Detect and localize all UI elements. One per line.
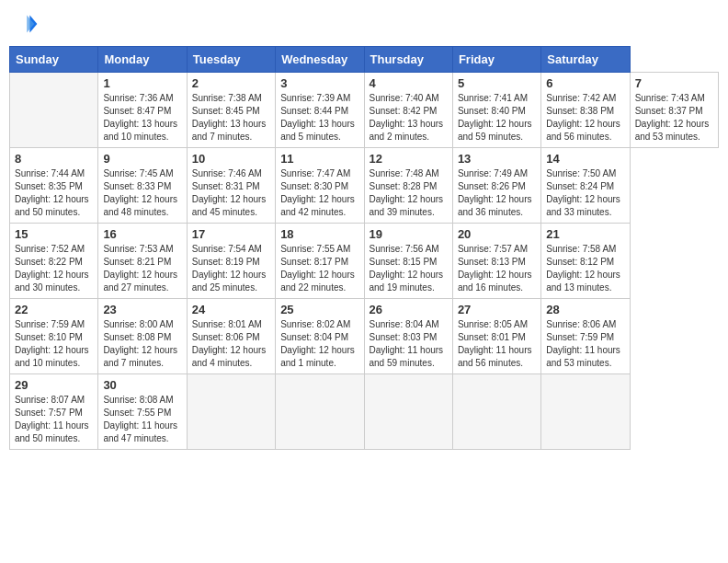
day-number: 27 <box>458 303 536 316</box>
day-number: 22 <box>15 303 93 316</box>
day-number: 29 <box>15 378 93 392</box>
day-info: Sunrise: 8:06 AMSunset: 7:59 PMDaylight:… <box>546 318 624 370</box>
day-cell: 10Sunrise: 7:46 AMSunset: 8:31 PMDayligh… <box>187 148 275 224</box>
day-cell: 29Sunrise: 8:07 AMSunset: 7:57 PMDayligh… <box>10 374 98 450</box>
day-cell <box>276 374 364 450</box>
day-cell: 8Sunrise: 7:44 AMSunset: 8:35 PMDaylight… <box>10 148 98 224</box>
day-cell: 23Sunrise: 8:00 AMSunset: 8:08 PMDayligh… <box>98 299 187 374</box>
day-info: Sunrise: 7:41 AMSunset: 8:40 PMDaylight:… <box>458 92 536 144</box>
day-cell: 25Sunrise: 8:02 AMSunset: 8:04 PMDayligh… <box>276 299 364 374</box>
day-cell: 15Sunrise: 7:52 AMSunset: 8:22 PMDayligh… <box>10 224 98 299</box>
day-number: 1 <box>103 76 181 90</box>
day-cell: 11Sunrise: 7:47 AMSunset: 8:30 PMDayligh… <box>276 148 364 224</box>
day-info: Sunrise: 7:40 AMSunset: 8:42 PMDaylight:… <box>370 92 448 144</box>
day-number: 7 <box>635 76 713 90</box>
col-header-saturday: Saturday <box>541 47 630 73</box>
day-number: 20 <box>458 227 536 241</box>
day-cell: 14Sunrise: 7:50 AMSunset: 8:24 PMDayligh… <box>541 148 630 224</box>
day-info: Sunrise: 7:36 AMSunset: 8:47 PMDaylight:… <box>103 92 181 144</box>
day-number: 10 <box>192 152 270 166</box>
day-cell: 9Sunrise: 7:45 AMSunset: 8:33 PMDaylight… <box>98 148 187 224</box>
day-info: Sunrise: 7:45 AMSunset: 8:33 PMDaylight:… <box>103 167 181 219</box>
day-info: Sunrise: 7:47 AMSunset: 8:30 PMDaylight:… <box>280 167 358 219</box>
day-cell: 30Sunrise: 8:08 AMSunset: 7:55 PMDayligh… <box>98 374 187 450</box>
day-cell: 19Sunrise: 7:56 AMSunset: 8:15 PMDayligh… <box>364 224 452 299</box>
day-info: Sunrise: 8:05 AMSunset: 8:01 PMDaylight:… <box>458 318 536 370</box>
day-cell: 24Sunrise: 8:01 AMSunset: 8:06 PMDayligh… <box>187 299 275 374</box>
col-header-thursday: Thursday <box>364 47 452 73</box>
day-info: Sunrise: 7:54 AMSunset: 8:19 PMDaylight:… <box>192 243 270 294</box>
day-cell <box>541 374 630 450</box>
day-number: 23 <box>103 303 181 316</box>
day-info: Sunrise: 7:50 AMSunset: 8:24 PMDaylight:… <box>546 167 624 219</box>
day-number: 9 <box>103 152 181 166</box>
day-info: Sunrise: 8:02 AMSunset: 8:04 PMDaylight:… <box>280 318 358 370</box>
day-number: 21 <box>546 227 624 241</box>
day-info: Sunrise: 7:44 AMSunset: 8:35 PMDaylight:… <box>15 167 93 219</box>
day-info: Sunrise: 8:00 AMSunset: 8:08 PMDaylight:… <box>103 318 181 370</box>
week-row-2: 15Sunrise: 7:52 AMSunset: 8:22 PMDayligh… <box>10 224 719 299</box>
day-number: 19 <box>370 227 448 241</box>
day-cell <box>10 73 98 148</box>
day-cell: 17Sunrise: 7:54 AMSunset: 8:19 PMDayligh… <box>187 224 275 299</box>
day-cell: 21Sunrise: 7:58 AMSunset: 8:12 PMDayligh… <box>541 224 630 299</box>
day-number: 15 <box>15 227 93 241</box>
col-header-friday: Friday <box>452 47 540 73</box>
day-info: Sunrise: 7:53 AMSunset: 8:21 PMDaylight:… <box>103 243 181 294</box>
day-cell <box>452 374 540 450</box>
day-info: Sunrise: 7:39 AMSunset: 8:44 PMDaylight:… <box>280 92 358 144</box>
day-cell: 27Sunrise: 8:05 AMSunset: 8:01 PMDayligh… <box>452 299 540 374</box>
day-cell: 7Sunrise: 7:43 AMSunset: 8:37 PMDaylight… <box>630 73 718 148</box>
week-row-1: 8Sunrise: 7:44 AMSunset: 8:35 PMDaylight… <box>10 148 719 224</box>
day-number: 6 <box>546 76 624 90</box>
day-number: 2 <box>192 76 270 90</box>
day-number: 4 <box>370 76 448 90</box>
col-header-sunday: Sunday <box>10 47 98 73</box>
day-info: Sunrise: 8:04 AMSunset: 8:03 PMDaylight:… <box>370 318 448 370</box>
day-number: 14 <box>546 152 624 166</box>
calendar-table: SundayMondayTuesdayWednesdayThursdayFrid… <box>9 46 719 450</box>
day-number: 30 <box>103 378 181 392</box>
day-cell: 6Sunrise: 7:42 AMSunset: 8:38 PMDaylight… <box>541 73 630 148</box>
day-number: 8 <box>15 152 93 166</box>
day-cell <box>364 374 452 450</box>
day-cell: 1Sunrise: 7:36 AMSunset: 8:47 PMDaylight… <box>98 73 187 148</box>
day-number: 25 <box>280 303 358 316</box>
day-number: 24 <box>192 303 270 316</box>
day-cell: 28Sunrise: 8:06 AMSunset: 7:59 PMDayligh… <box>541 299 630 374</box>
day-info: Sunrise: 7:38 AMSunset: 8:45 PMDaylight:… <box>192 92 270 144</box>
day-info: Sunrise: 8:01 AMSunset: 8:06 PMDaylight:… <box>192 318 270 370</box>
day-number: 3 <box>280 76 358 90</box>
day-number: 28 <box>546 303 624 316</box>
day-number: 18 <box>280 227 358 241</box>
day-info: Sunrise: 8:07 AMSunset: 7:57 PMDaylight:… <box>15 394 93 445</box>
day-cell: 2Sunrise: 7:38 AMSunset: 8:45 PMDaylight… <box>187 73 275 148</box>
day-info: Sunrise: 7:48 AMSunset: 8:28 PMDaylight:… <box>370 167 448 219</box>
day-info: Sunrise: 7:55 AMSunset: 8:17 PMDaylight:… <box>280 243 358 294</box>
day-info: Sunrise: 7:58 AMSunset: 8:12 PMDaylight:… <box>546 243 624 294</box>
day-cell <box>187 374 275 450</box>
day-cell: 3Sunrise: 7:39 AMSunset: 8:44 PMDaylight… <box>276 73 364 148</box>
day-info: Sunrise: 7:43 AMSunset: 8:37 PMDaylight:… <box>635 92 713 144</box>
day-info: Sunrise: 7:56 AMSunset: 8:15 PMDaylight:… <box>370 243 448 294</box>
day-cell: 18Sunrise: 7:55 AMSunset: 8:17 PMDayligh… <box>276 224 364 299</box>
week-row-0: 1Sunrise: 7:36 AMSunset: 8:47 PMDaylight… <box>10 73 719 148</box>
day-number: 26 <box>370 303 448 316</box>
day-number: 11 <box>280 152 358 166</box>
logo-icon <box>9 9 39 39</box>
day-number: 5 <box>458 76 536 90</box>
day-number: 13 <box>458 152 536 166</box>
day-number: 16 <box>103 227 181 241</box>
day-info: Sunrise: 7:42 AMSunset: 8:38 PMDaylight:… <box>546 92 624 144</box>
day-cell: 22Sunrise: 7:59 AMSunset: 8:10 PMDayligh… <box>10 299 98 374</box>
logo <box>9 9 42 39</box>
day-cell: 5Sunrise: 7:41 AMSunset: 8:40 PMDaylight… <box>452 73 540 148</box>
day-info: Sunrise: 7:59 AMSunset: 8:10 PMDaylight:… <box>15 318 93 370</box>
day-cell: 16Sunrise: 7:53 AMSunset: 8:21 PMDayligh… <box>98 224 187 299</box>
week-row-3: 22Sunrise: 7:59 AMSunset: 8:10 PMDayligh… <box>10 299 719 374</box>
day-info: Sunrise: 7:46 AMSunset: 8:31 PMDaylight:… <box>192 167 270 219</box>
day-cell: 20Sunrise: 7:57 AMSunset: 8:13 PMDayligh… <box>452 224 540 299</box>
header-row: SundayMondayTuesdayWednesdayThursdayFrid… <box>10 47 719 73</box>
col-header-wednesday: Wednesday <box>276 47 364 73</box>
day-number: 12 <box>370 152 448 166</box>
